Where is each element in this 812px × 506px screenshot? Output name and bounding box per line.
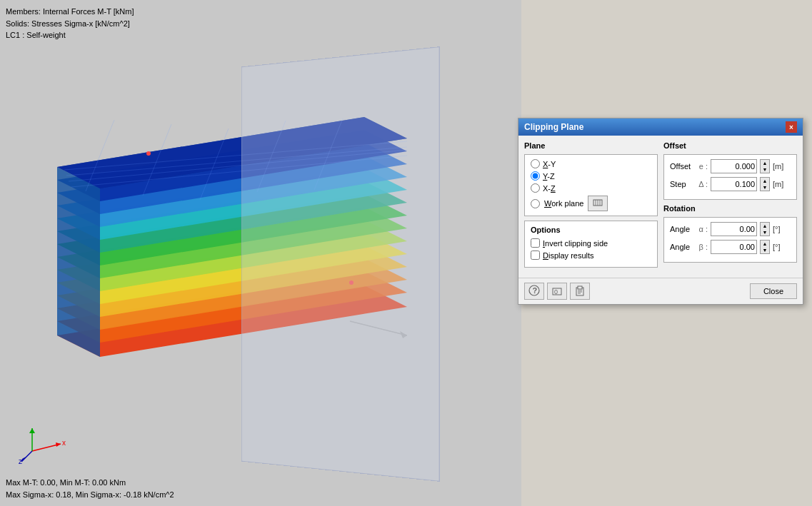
- main-viewport: Members: Internal Forces M-T [kNm] Solid…: [0, 0, 521, 506]
- offset-field-row: Offset e : ▲ ▼ [m]: [670, 159, 791, 173]
- options-section: Options Invert clipping side Display res…: [524, 221, 658, 268]
- svg-text:z: z: [19, 457, 22, 465]
- dialog-close-button[interactable]: ×: [786, 121, 797, 133]
- beta-angle-label: Angle: [670, 243, 695, 251]
- step-input[interactable]: [711, 177, 757, 191]
- alpha-up-button[interactable]: ▲: [761, 223, 769, 229]
- svg-line-27: [350, 321, 407, 335]
- radio-xy[interactable]: [531, 159, 540, 168]
- step-up-button[interactable]: ▲: [761, 178, 769, 184]
- svg-marker-13: [57, 117, 407, 188]
- radio-xy-row: X-Y: [531, 159, 651, 168]
- alpha-spinner: ▲ ▼: [760, 222, 770, 236]
- radio-xy-label[interactable]: X-Y: [543, 160, 556, 168]
- dialog-toolbar: ? 0 Close: [518, 278, 803, 304]
- offset-input[interactable]: [711, 159, 757, 173]
- help-button[interactable]: ?: [524, 283, 544, 300]
- bottom-info: Max M-T: 0.00, Min M-T: 0.00 kNm Max Sig…: [6, 477, 174, 500]
- dialog-title: Clipping Plane: [524, 122, 583, 132]
- radio-workplane-label[interactable]: Work plane: [544, 199, 583, 208]
- options-header: Options: [531, 226, 651, 234]
- alpha-input[interactable]: [711, 222, 757, 236]
- invert-clipping-label[interactable]: Invert clipping side: [543, 239, 608, 248]
- alpha-angle-label: Angle: [670, 225, 695, 233]
- radio-yz-label[interactable]: Y-Z: [543, 172, 555, 181]
- bottom-line1: Max M-T: 0.00, Min M-T: 0.00 kNm: [6, 477, 174, 489]
- svg-marker-33: [29, 428, 35, 433]
- step-down-button[interactable]: ▼: [761, 184, 769, 191]
- radio-xz[interactable]: [531, 183, 540, 193]
- svg-line-34: [21, 451, 32, 462]
- info-line2: Solids: Stresses Sigma-x [kN/cm^2]: [6, 18, 134, 30]
- radio-xz-label[interactable]: X-Z: [543, 184, 556, 193]
- svg-marker-14: [57, 167, 100, 357]
- beta-input[interactable]: [711, 240, 757, 254]
- svg-marker-11: [57, 143, 407, 214]
- alpha-sublabel: α :: [698, 225, 708, 233]
- svg-marker-7: [57, 194, 407, 265]
- svg-line-18: [200, 128, 229, 200]
- axis-indicator: x z: [18, 422, 68, 467]
- display-results-row: Display results: [531, 251, 651, 260]
- plane-section-header: Plane: [524, 141, 658, 150]
- svg-line-22: [66, 147, 407, 176]
- beta-spinner: ▲ ▼: [760, 240, 770, 254]
- help-icon: ?: [528, 285, 540, 298]
- info-overlay: Members: Internal Forces M-T [kNm] Solid…: [6, 6, 134, 41]
- beta-down-button[interactable]: ▼: [761, 247, 769, 253]
- beta-up-button[interactable]: ▲: [761, 241, 769, 247]
- svg-text:0: 0: [554, 288, 558, 295]
- workplane-settings-icon: [592, 197, 603, 210]
- svg-rect-46: [578, 286, 582, 289]
- radio-yz-row: Y-Z: [531, 171, 651, 181]
- dialog-right-column: Offset Offset e : ▲ ▼ [m] Step: [663, 141, 797, 272]
- svg-line-23: [69, 150, 407, 181]
- svg-marker-10: [57, 156, 407, 227]
- offset-down-button[interactable]: ▼: [761, 166, 769, 173]
- svg-text:?: ?: [533, 286, 538, 295]
- info-line3: LC1 : Self-weight: [6, 29, 134, 41]
- invert-clipping-checkbox[interactable]: [531, 238, 540, 248]
- alpha-down-button[interactable]: ▼: [761, 229, 769, 236]
- svg-text:x: x: [62, 439, 66, 447]
- workplane-row: Work plane: [531, 196, 651, 211]
- clipboard-icon: [574, 285, 586, 298]
- alpha-field-row: Angle α : ▲ ▼ [°]: [670, 222, 791, 236]
- display-results-label[interactable]: Display results: [543, 251, 594, 260]
- info-line1: Members: Internal Forces M-T [kNm]: [6, 6, 134, 18]
- offset-label: Offset: [670, 162, 695, 171]
- beta-sublabel: β :: [698, 243, 708, 251]
- svg-marker-9: [57, 168, 407, 240]
- plane-section-box: X-Y Y-Z X-Z Work plane: [524, 154, 658, 216]
- radio-xz-row: X-Z: [531, 183, 651, 193]
- invert-clipping-row: Invert clipping side: [531, 238, 651, 248]
- clipboard-button[interactable]: [570, 283, 590, 300]
- step-field-row: Step Δ : ▲ ▼ [m]: [670, 177, 791, 191]
- alpha-unit: [°]: [773, 225, 781, 233]
- display-results-checkbox[interactable]: [531, 251, 540, 260]
- svg-marker-12: [57, 130, 407, 201]
- close-button[interactable]: Close: [750, 283, 797, 299]
- svg-marker-6: [57, 207, 407, 278]
- offset-section-box: Offset e : ▲ ▼ [m] Step Δ :: [663, 154, 797, 200]
- offset-up-button[interactable]: ▲: [761, 160, 769, 166]
- svg-line-17: [143, 124, 171, 196]
- reset-button[interactable]: 0: [547, 283, 567, 300]
- dialog-titlebar: Clipping Plane ×: [518, 118, 803, 136]
- radio-yz[interactable]: [531, 171, 540, 181]
- svg-marker-5: [57, 220, 407, 291]
- clipping-plane-dialog: Clipping Plane × Plane X-Y Y-Z: [518, 118, 803, 305]
- svg-line-19: [257, 121, 286, 192]
- svg-line-20: [314, 118, 343, 190]
- offset-unit: [m]: [773, 162, 783, 171]
- structure-3d: [21, 36, 450, 393]
- radio-workplane[interactable]: [531, 199, 540, 208]
- workplane-settings-button[interactable]: [588, 196, 608, 211]
- svg-line-16: [86, 120, 114, 191]
- svg-point-26: [349, 280, 354, 285]
- offset-spinner: ▲ ▼: [760, 159, 770, 173]
- svg-marker-8: [57, 181, 407, 253]
- svg-marker-0: [57, 285, 407, 357]
- reset-icon: 0: [551, 285, 563, 298]
- dialog-content: Plane X-Y Y-Z X-Z: [518, 136, 803, 278]
